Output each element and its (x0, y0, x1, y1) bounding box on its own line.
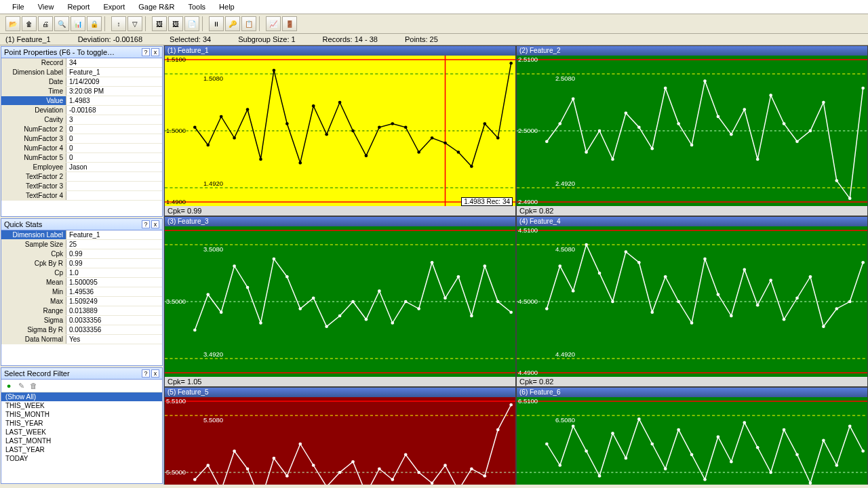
property-value[interactable]: Yes (66, 335, 162, 344)
property-row[interactable]: Sample Size25 (1, 240, 162, 249)
property-row[interactable]: Cpk0.99 (1, 249, 162, 259)
property-value[interactable]: 34 (66, 58, 162, 67)
menu-gagerr[interactable]: Gage R&R (133, 1, 180, 12)
menu-file[interactable]: File (7, 1, 30, 12)
close-icon[interactable]: x (151, 48, 159, 56)
chart-plot-area[interactable]: 5.50005.51005.50805.4920 (165, 397, 515, 485)
quick-stats-grid[interactable]: Dimension LabelFeature_1Sample Size25Cpk… (1, 230, 162, 344)
menu-view[interactable]: View (33, 1, 60, 12)
property-value[interactable]: 3:20:08 PM (66, 87, 162, 96)
property-value[interactable]: 1/14/2009 (66, 77, 162, 86)
filter-item[interactable]: THIS_WEEK (1, 401, 162, 410)
filter-icon[interactable]: ▽ (127, 16, 142, 31)
menu-export[interactable]: Export (98, 1, 130, 12)
filter-item[interactable]: TODAY (1, 454, 162, 463)
exit-icon[interactable]: 🚪 (282, 16, 297, 31)
property-row[interactable]: Deviation-0.00168 (1, 106, 162, 115)
property-row[interactable]: Dimension LabelFeature_1 (1, 68, 162, 77)
property-row[interactable]: Record34 (1, 58, 162, 68)
open-icon[interactable]: 📂 (5, 16, 20, 31)
property-row[interactable]: EmployeeJason (1, 163, 162, 172)
filter-item[interactable]: LAST_YEAR (1, 445, 162, 454)
property-value[interactable]: Jason (66, 163, 162, 171)
property-value[interactable]: 0 (66, 134, 162, 143)
property-value[interactable]: 0 (66, 125, 162, 134)
property-value[interactable] (66, 172, 162, 181)
property-row[interactable]: NumFactor 40 (1, 144, 162, 153)
property-value[interactable]: 0.99 (66, 259, 162, 268)
property-row[interactable]: Min1.49536 (1, 287, 162, 297)
filter-item[interactable]: LAST_WEEK (1, 428, 162, 436)
property-value[interactable]: 3 (66, 115, 162, 124)
property-row[interactable]: Mean1.500095 (1, 278, 162, 287)
property-row[interactable]: Sigma By R0.0033356 (1, 325, 162, 335)
property-row[interactable]: Cpk By R0.99 (1, 259, 162, 268)
sort-icon[interactable]: ↕ (111, 16, 126, 31)
property-value[interactable]: 0 (66, 144, 162, 152)
image1-icon[interactable]: 🖼 (152, 16, 167, 31)
print-preview-icon[interactable]: 🔍 (54, 16, 69, 31)
property-value[interactable]: 0.0033356 (66, 325, 162, 334)
property-value[interactable]: 1.0 (66, 268, 162, 277)
property-value[interactable]: 0.99 (66, 249, 162, 258)
chart-plot-area[interactable]: 4.49004.50004.51004.50804.4920 (517, 226, 867, 377)
close-icon[interactable]: x (151, 220, 159, 228)
property-row[interactable]: TextFactor 2 (1, 172, 162, 182)
property-value[interactable]: -0.00168 (66, 106, 162, 115)
property-row[interactable]: TextFactor 4 (1, 191, 162, 201)
chart-feature-1[interactable]: (1) Feature_11.49001.50001.51001.50801.4… (164, 45, 516, 216)
property-row[interactable]: Sigma0.0033356 (1, 316, 162, 325)
chart-feature-5[interactable]: (5) Feature_55.50005.51005.50805.4920 (164, 387, 516, 485)
chart-feature-2[interactable]: (2) Feature_22.49002.50002.51002.50802.4… (516, 45, 868, 216)
edit-filter-icon[interactable]: ✎ (16, 381, 26, 390)
property-row[interactable]: NumFactor 50 (1, 153, 162, 163)
menu-tools[interactable]: Tools (182, 1, 211, 12)
filter-item[interactable]: THIS_YEAR (1, 419, 162, 428)
filter-item[interactable]: LAST_MONTH (1, 436, 162, 445)
menu-report[interactable]: Report (62, 1, 95, 12)
copy-icon[interactable]: 📋 (241, 16, 256, 31)
point-properties-grid[interactable]: Record34Dimension LabelFeature_1Date1/14… (1, 58, 162, 201)
chart-feature-3[interactable]: (3) Feature_33.50003.50803.4920Cpk= 1.05 (164, 216, 516, 387)
property-value[interactable]: Feature_1 (66, 68, 162, 77)
lock-icon[interactable]: 🔒 (87, 16, 102, 31)
filter-item[interactable]: (Show All) (1, 392, 162, 401)
property-value[interactable]: 0.0033356 (66, 316, 162, 325)
help-icon[interactable]: ? (142, 48, 150, 56)
close-icon[interactable]: x (151, 369, 159, 378)
chart-plot-area[interactable]: 6.51006.50806.4920 (517, 397, 867, 485)
chart-plot-area[interactable]: 2.49002.50002.51002.50802.4920 (517, 56, 867, 206)
delete-icon[interactable]: 🗑 (22, 16, 37, 31)
pause-icon[interactable]: ⏸ (209, 16, 224, 31)
chart-feature-4[interactable]: (4) Feature_44.49004.50004.51004.50804.4… (516, 216, 868, 387)
help-icon[interactable]: ? (142, 220, 150, 228)
property-value[interactable]: 0.013889 (66, 306, 162, 315)
property-value[interactable]: 1.49536 (66, 287, 162, 296)
chart-config-icon[interactable]: 📊 (71, 16, 85, 31)
chart-plot-area[interactable]: 3.50003.50803.4920 (165, 226, 515, 377)
property-row[interactable]: Dimension LabelFeature_1 (1, 230, 162, 240)
property-value[interactable]: Feature_1 (66, 230, 162, 239)
chart-feature-6[interactable]: (6) Feature_66.51006.50806.4920 (516, 387, 868, 485)
export-chart-icon[interactable]: 📈 (266, 16, 281, 31)
key-icon[interactable]: 🔑 (225, 16, 240, 31)
property-row[interactable]: Range0.013889 (1, 306, 162, 316)
property-row[interactable]: Date1/14/2009 (1, 77, 162, 87)
filter-item[interactable]: THIS_MONTH (1, 410, 162, 419)
menu-help[interactable]: Help (214, 1, 240, 12)
property-value[interactable]: 1.500095 (66, 278, 162, 287)
property-value[interactable] (66, 182, 162, 190)
property-row[interactable]: Value1.4983 (1, 96, 162, 106)
property-value[interactable]: 0 (66, 153, 162, 162)
filter-list[interactable]: (Show All)THIS_WEEKTHIS_MONTHTHIS_YEARLA… (1, 392, 162, 463)
property-row[interactable]: TextFactor 3 (1, 182, 162, 191)
property-value[interactable]: 25 (66, 240, 162, 249)
image3-icon[interactable]: 📄 (184, 16, 199, 31)
property-row[interactable]: Cavity3 (1, 115, 162, 125)
property-row[interactable]: Cp1.0 (1, 268, 162, 278)
property-row[interactable]: NumFactor 30 (1, 134, 162, 144)
help-icon[interactable]: ? (142, 369, 150, 378)
chart-plot-area[interactable]: 1.49001.50001.51001.50801.4920 (165, 56, 515, 206)
delete-filter-icon[interactable]: 🗑 (28, 381, 38, 390)
property-row[interactable]: NumFactor 20 (1, 125, 162, 134)
